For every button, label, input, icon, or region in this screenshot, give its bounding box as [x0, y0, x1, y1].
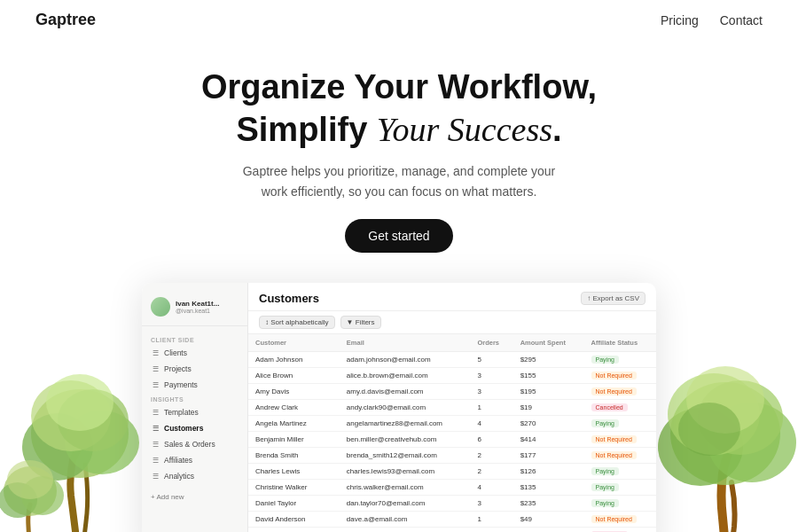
status-badge: Cancelled	[591, 403, 628, 411]
table-row: Angela Martinez angelamartinez88@email.c…	[248, 416, 656, 432]
table-wrap: Customer Email Orders Amount Spent Affil…	[248, 334, 656, 532]
user-info: Ivan Keat1t... @ivan.keat1	[176, 300, 219, 314]
cell-name: Alice Brown	[248, 368, 340, 384]
nav-pricing[interactable]: Pricing	[661, 13, 699, 27]
cell-spent: $295	[513, 352, 584, 368]
sidebar-item-projects[interactable]: ☰ Projects	[142, 361, 247, 377]
cell-spent: $177	[513, 448, 584, 464]
payments-icon: ☰	[151, 380, 160, 389]
cell-email: angelamartinez88@email.com	[340, 416, 471, 432]
hero-subtitle: Gaptree helps you prioritize, manage, an…	[239, 161, 559, 201]
cell-name: Christine Walker	[248, 480, 340, 496]
table-row: Amy Davis amy.d.davis@email.com 3 $195 N…	[248, 384, 656, 400]
cell-orders: 3	[470, 496, 512, 512]
cell-email: andy.clark90@email.com	[340, 400, 471, 416]
cell-status: Not Required	[584, 448, 656, 464]
cell-orders: 5	[470, 352, 512, 368]
sidebar-item-payments[interactable]: ☰ Payments	[142, 377, 247, 393]
table-row: Benjamin Miller ben.miller@creativehub.c…	[248, 432, 656, 448]
export-button[interactable]: ↑ Export as CSV	[581, 292, 645, 305]
cell-status: Paying	[584, 352, 656, 368]
hero-title-end: .	[552, 111, 562, 148]
cell-orders: 4	[470, 480, 512, 496]
filter-button[interactable]: ▼ Filters	[340, 316, 381, 329]
sales-icon: ☰	[151, 440, 160, 449]
table-header-row: Customer Email Orders Amount Spent Affil…	[248, 334, 656, 352]
cell-name: Amy Davis	[248, 384, 340, 400]
hero-title-italic: Your Success	[377, 111, 552, 148]
cell-status: Not Required	[584, 368, 656, 384]
table-row: Daniel Taylor dan.taylor70@email.com 3 $…	[248, 496, 656, 512]
nav-contact[interactable]: Contact	[720, 13, 763, 27]
main-area: Ivan Keat1t... @ivan.keat1 Client side ☰…	[0, 283, 798, 532]
cell-status: Paying	[584, 496, 656, 512]
sidebar-item-clients[interactable]: ☰ Clients	[142, 345, 247, 361]
cell-email: charles.lewis93@email.com	[340, 464, 471, 480]
customers-table: Customer Email Orders Amount Spent Affil…	[248, 334, 656, 532]
cell-spent: $195	[513, 384, 584, 400]
status-badge: Not Required	[591, 372, 637, 379]
cell-status: Not Required	[584, 384, 656, 400]
status-badge: Paying	[591, 483, 619, 491]
col-email: Email	[340, 334, 471, 352]
user-role: @ivan.keat1	[176, 308, 219, 314]
cell-email: chris.walker@email.com	[340, 480, 471, 496]
cell-status: Not Required	[584, 512, 656, 528]
cell-orders: 3	[470, 384, 512, 400]
table-row: Christine Walker chris.walker@email.com …	[248, 480, 656, 496]
cell-status: Not Required	[584, 432, 656, 448]
navbar: Gaptree Pricing Contact	[0, 0, 798, 40]
cell-email: alice.b.brown@email.com	[340, 368, 471, 384]
cell-name: Andrew Clark	[248, 400, 340, 416]
nav-links: Pricing Contact	[661, 13, 763, 27]
cell-name: Brenda Smith	[248, 448, 340, 464]
cta-button[interactable]: Get started	[345, 219, 452, 253]
sidebar-item-affiliates[interactable]: ☰ Affiliates	[142, 452, 247, 468]
status-badge: Paying	[591, 356, 619, 364]
cell-orders: 1	[470, 400, 512, 416]
status-badge: Not Required	[591, 515, 637, 523]
status-badge: Not Required	[591, 451, 637, 459]
cell-status: Cancelled	[584, 528, 656, 532]
analytics-icon: ☰	[151, 472, 160, 481]
status-badge: Not Required	[591, 387, 637, 395]
col-status: Affiliate Status	[584, 334, 656, 352]
sort-button[interactable]: ↕ Sort alphabetically	[259, 316, 335, 329]
cell-spent: $414	[513, 432, 584, 448]
cell-email: deborah.jean@email.com	[340, 528, 471, 532]
cell-spent: $126	[513, 464, 584, 480]
hero-title-line1: Organize Your Workflow,	[18, 68, 780, 107]
cell-orders: 6	[470, 432, 512, 448]
sidebar-item-sales[interactable]: ☰ Sales & Orders	[142, 436, 247, 452]
cell-orders: 4	[470, 416, 512, 432]
cell-name: Angela Martinez	[248, 416, 340, 432]
insights-label: Insights	[142, 393, 247, 404]
cell-email: brenda_smith12@email.com	[340, 448, 471, 464]
sidebar-item-customers[interactable]: ☰ Customers	[142, 420, 247, 436]
add-new-button[interactable]: + Add new	[142, 488, 247, 506]
toolbar: ↕ Sort alphabetically ▼ Filters	[248, 311, 656, 334]
table-row: Alice Brown alice.b.brown@email.com 3 $1…	[248, 368, 656, 384]
table-row: Deborah Thompson deborah.jean@email.com …	[248, 528, 656, 532]
sidebar-profile: Ivan Keat1t... @ivan.keat1	[142, 292, 247, 326]
avatar	[151, 297, 170, 317]
hero-title-plain: Simplify	[236, 111, 376, 148]
table-row: Brenda Smith brenda_smith12@email.com 2 …	[248, 448, 656, 464]
sidebar-item-templates[interactable]: ☰ Templates	[142, 404, 247, 420]
cell-email: adam.johnson@email.com	[340, 352, 471, 368]
username: Ivan Keat1t...	[176, 300, 219, 308]
cell-orders: 2	[470, 464, 512, 480]
hero-section: Organize Your Workflow, Simplify Your Su…	[0, 40, 798, 274]
sidebar: Ivan Keat1t... @ivan.keat1 Client side ☰…	[142, 283, 248, 532]
cell-orders: 2	[470, 448, 512, 464]
svg-point-9	[7, 460, 53, 499]
table-row: Adam Johnson adam.johnson@email.com 5 $2…	[248, 352, 656, 368]
sidebar-item-analytics[interactable]: ☰ Analytics	[142, 468, 247, 484]
cell-spent: $235	[513, 496, 584, 512]
cell-status: Paying	[584, 416, 656, 432]
cell-status: Paying	[584, 464, 656, 480]
content-header: Customers ↑ Export as CSV	[248, 283, 656, 311]
cell-spent: $49	[513, 512, 584, 528]
cell-name: David Anderson	[248, 512, 340, 528]
projects-icon: ☰	[151, 364, 160, 373]
